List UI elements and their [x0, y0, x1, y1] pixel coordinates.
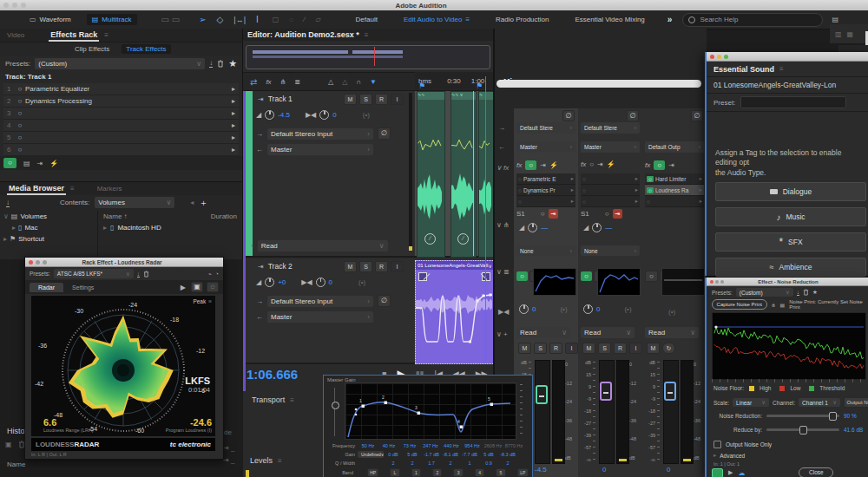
lightning-icon[interactable]: ⚡: [49, 160, 58, 167]
output-noise-only-checkbox[interactable]: [713, 441, 721, 448]
fx-power-button[interactable]: ○: [525, 160, 536, 170]
eq-band-button[interactable]: LP: [517, 468, 529, 477]
send-power-icon[interactable]: ○: [605, 210, 609, 218]
strip-fx-slot[interactable]: ○▸: [581, 196, 640, 207]
volume-knob[interactable]: [265, 110, 274, 120]
noise-graph[interactable]: [712, 312, 866, 380]
chevron-down-icon[interactable]: ∨: [489, 263, 492, 269]
pan-value[interactable]: 0: [532, 305, 536, 313]
audio-clip[interactable]: ∿∿ ∕: [417, 91, 445, 258]
strip-output-dropdown[interactable]: Default Outp›: [645, 141, 704, 153]
strip-fx-slot-selected[interactable]: ○Loudness Ra▸: [645, 185, 704, 196]
snapshot-icon[interactable]: ▣: [5, 441, 12, 448]
eq-thumbnail[interactable]: [533, 268, 576, 296]
fx-icon[interactable]: fx: [266, 78, 271, 86]
play-icon[interactable]: ▶: [181, 284, 186, 291]
eq-thumbnail[interactable]: [661, 268, 705, 296]
volume-value[interactable]: +0: [278, 278, 286, 286]
panel-menu-icon[interactable]: ≡: [104, 31, 108, 39]
fx-slot-row[interactable]: 1○Parametric Equalizer▸: [3, 83, 239, 95]
workspace-overflow-chevrons[interactable]: »: [667, 15, 673, 24]
minimize-window-icon[interactable]: [36, 260, 40, 265]
play-icon[interactable]: ▶: [728, 469, 733, 476]
tab-markers[interactable]: Markers: [97, 185, 122, 193]
power-icon[interactable]: ○: [15, 85, 25, 93]
reduce-by-value[interactable]: 41.6 dB: [844, 427, 863, 433]
preset-field[interactable]: [740, 96, 846, 108]
send-prefader-icon[interactable]: ⇥: [549, 209, 558, 219]
fader-track[interactable]: [535, 360, 550, 464]
track2-name[interactable]: Track 2: [268, 262, 293, 271]
workspace-tab-default[interactable]: Default: [356, 16, 378, 23]
fader-value[interactable]: 0: [667, 466, 670, 474]
side-chain-icon[interactable]: ⌁: [208, 271, 212, 278]
strip-fx-slot[interactable]: ○Hard Limiter▸: [645, 173, 704, 185]
pan-knob[interactable]: [316, 278, 326, 287]
list-view-icon[interactable]: ▤: [23, 160, 30, 167]
tab-radar[interactable]: Radar: [30, 283, 63, 292]
phase-icon[interactable]: ∅: [378, 127, 391, 140]
strip-fx-slot[interactable]: ○▸: [516, 196, 575, 207]
fader-track[interactable]: [599, 360, 615, 464]
fx-slot-row[interactable]: 2○Dynamics Processing▸: [3, 95, 239, 108]
horizontal-zoom-scrollbar[interactable]: [496, 80, 701, 88]
record-arm-button[interactable]: R: [375, 94, 388, 105]
monitor-input-button[interactable]: I: [565, 343, 578, 354]
column-duration[interactable]: Duration: [211, 212, 237, 220]
fx-section-icon[interactable]: ∨ fx: [496, 164, 509, 172]
eq-section-icon[interactable]: ∨ ≣: [496, 268, 510, 276]
eq-band-button[interactable]: HP: [367, 468, 378, 477]
eq-points[interactable]: [355, 402, 493, 429]
panel-menu-icon[interactable]: ≡: [779, 65, 784, 73]
zoom-window-icon[interactable]: [724, 55, 728, 59]
strip-output-dropdown[interactable]: Master›: [516, 141, 575, 153]
advanced-disclosure[interactable]: ▸Advanced: [713, 452, 745, 459]
automation-mode-dropdown[interactable]: Read∨: [645, 327, 699, 338]
save-preset-icon[interactable]: ↓: [209, 59, 213, 68]
subtab-track-effects[interactable]: Track Effects: [122, 44, 170, 54]
track1-input-dropdown[interactable]: Default Stereo Input›: [267, 128, 373, 140]
strip-fx-slot[interactable]: ○▸: [581, 185, 640, 196]
pan-knob[interactable]: [319, 110, 329, 120]
fx-slot-row[interactable]: 5○▸: [3, 132, 239, 144]
automation-mode-dropdown[interactable]: Read∨: [516, 327, 570, 338]
strip-fx-slot[interactable]: ○▸: [581, 173, 640, 185]
send-route-dropdown[interactable]: None›: [516, 245, 575, 256]
phase-icon[interactable]: ∅: [378, 295, 391, 307]
timeline-ruler[interactable]: hms 0:30 1:00 ⚑ ⚑: [415, 72, 493, 89]
media-row-macintosh-hd[interactable]: ▸▯Macintosh HD: [98, 222, 242, 233]
fader-value[interactable]: -4.5: [535, 466, 547, 474]
track2-input-dropdown[interactable]: Default Stereo Input›: [267, 296, 373, 307]
gain-mode-dropdown[interactable]: Undefined∨: [358, 451, 384, 458]
rack-power-button[interactable]: ○: [3, 158, 16, 168]
strip-fx-slot[interactable]: ○▸: [645, 196, 704, 207]
dialogue-button[interactable]: Dialogue: [715, 182, 866, 201]
snap-icon[interactable]: ▼: [370, 78, 377, 86]
pre-fader-icon[interactable]: ⇥: [668, 161, 674, 169]
delete-preset-icon[interactable]: [143, 271, 149, 278]
input-monitor-icon[interactable]: ⇥: [37, 160, 43, 167]
eq-thumbnail[interactable]: [597, 268, 641, 296]
fx-slot-row[interactable]: 4○▸: [3, 120, 239, 132]
mute-button[interactable]: M: [647, 343, 660, 354]
move-tool-icon[interactable]: ➢: [199, 15, 206, 24]
tree-item-volumes[interactable]: ∨▤Volumes: [0, 211, 97, 222]
sfx-button[interactable]: * SFX: [715, 232, 866, 252]
peak-label[interactable]: Peak: [193, 298, 206, 304]
track1-name[interactable]: Track 1: [268, 95, 293, 103]
power-icon[interactable]: ○: [15, 121, 25, 129]
lightning-icon[interactable]: ⚡: [607, 160, 615, 168]
strip-fx-slot[interactable]: ○Parametric E▸: [516, 173, 575, 185]
panel-menu-icon[interactable]: ≡: [290, 396, 294, 404]
metronome-icon[interactable]: △: [328, 78, 333, 86]
lasso-tool-icon[interactable]: ◌: [289, 16, 293, 23]
eq-band-button[interactable]: 4: [475, 468, 484, 477]
eraser-tool-icon[interactable]: ▱: [315, 16, 320, 23]
output-noise-floor-button[interactable]: Output Noise Flo: [844, 397, 868, 408]
power-icon[interactable]: ○: [15, 97, 25, 105]
add-icon[interactable]: ＋: [199, 197, 207, 209]
import-icon[interactable]: ↓: [6, 199, 10, 207]
minimize-window-icon[interactable]: [12, 3, 17, 8]
eq-band-button[interactable]: 2: [432, 468, 442, 477]
eq-curve[interactable]: [348, 402, 510, 437]
